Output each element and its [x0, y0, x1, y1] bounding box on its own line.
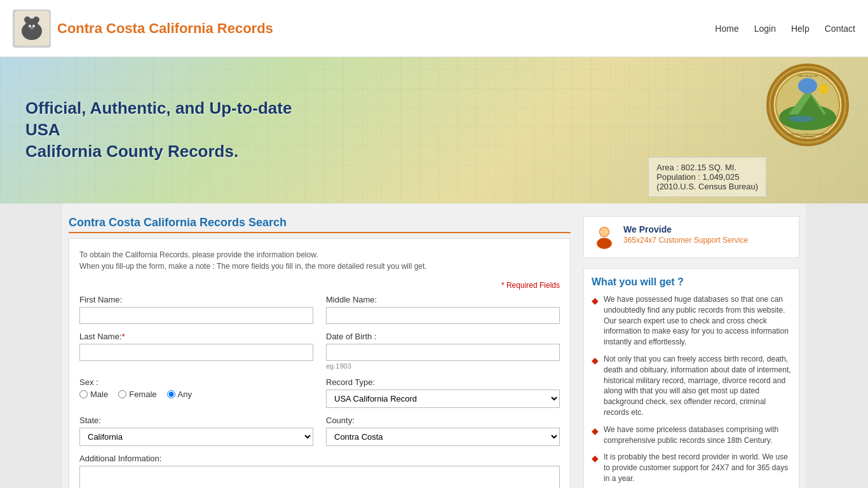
middle-name-group: Middle Name: [326, 295, 560, 324]
sex-label: Sex : [79, 377, 313, 387]
svg-point-14 [818, 84, 829, 94]
state-label: State: [79, 416, 313, 425]
lastname-dob-row: Last Name:* Date of Birth : eg.1903 [79, 332, 560, 370]
instructions-line2: When you fill-up the form, make a note :… [79, 262, 427, 271]
main-container: Contra Costa California Records Search T… [62, 203, 806, 488]
seal-circle: CONTRA COSTA COUNTY THE SEAL OF CALIFORN… [766, 64, 849, 146]
dob-example: eg.1903 [326, 362, 560, 370]
right-sidebar: We Provide 365x24x7 Customer Support Ser… [583, 216, 799, 488]
sex-group: Sex : Male Female Any [79, 377, 313, 408]
nav-home[interactable]: Home [715, 24, 738, 34]
instructions-line1: To obtain the California Records, please… [79, 250, 318, 259]
what-you-get-section: What you will get ? ◆ We have possessed … [583, 268, 799, 488]
form-container: To obtain the California Records, please… [69, 238, 571, 488]
last-name-group: Last Name:* [79, 332, 313, 370]
hero-headline-line2: California County Records. [25, 142, 238, 161]
hero-population: Population : 1,049,025 [656, 172, 758, 182]
record-type-label: Record Type: [326, 377, 560, 387]
diamond-icon-1: ◆ [592, 295, 599, 348]
form-instructions: To obtain the California Records, please… [79, 249, 560, 272]
sex-any-option[interactable]: Any [167, 390, 192, 399]
first-name-group: First Name: [79, 295, 313, 324]
record-type-group: Record Type: USA California Record [326, 377, 560, 408]
svg-point-15 [789, 116, 814, 122]
required-note: * Required Fields [79, 281, 560, 290]
svg-point-22 [600, 227, 609, 236]
support-content: We Provide 365x24x7 Customer Support Ser… [623, 224, 748, 245]
county-group: County: Contra Costa [326, 416, 560, 446]
site-title: Contra Costa California Records [57, 20, 273, 37]
hero-census: (2010.U.S. Census Bureau) [656, 182, 758, 191]
middle-name-label: Middle Name: [326, 295, 560, 304]
nav-help[interactable]: Help [791, 24, 810, 34]
first-name-input[interactable] [79, 307, 313, 324]
search-heading: Contra Costa California Records Search [69, 216, 571, 233]
sex-recordtype-row: Sex : Male Female Any [79, 377, 560, 408]
logo-bear [13, 10, 51, 48]
sex-options: Male Female Any [79, 390, 313, 402]
svg-point-3 [24, 17, 31, 23]
bear-logo-icon [15, 11, 50, 46]
hero-headline: Official, Authentic, and Up-to-date USA … [25, 98, 311, 162]
support-heading: We Provide [623, 224, 748, 234]
svg-text:THE SEAL OF: THE SEAL OF [798, 74, 818, 78]
feature-item-3: ◆ We have some priceless databases compr… [592, 424, 791, 446]
dob-input[interactable] [326, 344, 560, 361]
sex-any-radio[interactable] [167, 390, 175, 398]
additional-info-label: Additional Information: [79, 454, 560, 463]
nav-login[interactable]: Login [754, 24, 776, 34]
sex-female-radio[interactable] [118, 390, 126, 398]
county-select[interactable]: Contra Costa [326, 428, 560, 446]
hero-area: Area : 802.15 SQ. MI. [656, 163, 758, 172]
diamond-icon-2: ◆ [592, 355, 599, 418]
feature-text-1: We have possessed huge databases so that… [604, 294, 791, 348]
nav-links: Home Login Help Contact [715, 24, 855, 34]
svg-point-4 [33, 17, 39, 23]
state-county-row: State: California County: Contra Costa [79, 416, 560, 446]
diamond-icon-3: ◆ [592, 425, 599, 446]
svg-point-23 [597, 238, 611, 248]
dob-group: Date of Birth : eg.1903 [326, 332, 560, 370]
name-row: First Name: Middle Name: [79, 295, 560, 324]
support-icon [592, 224, 617, 250]
svg-text:CALIFORNIA: CALIFORNIA [800, 135, 815, 139]
feature-text-2: Not only that you can freely access birt… [604, 354, 791, 418]
county-seal: CONTRA COSTA COUNTY THE SEAL OF CALIFORN… [766, 64, 855, 152]
hero-info-box: Area : 802.15 SQ. MI. Population : 1,049… [648, 157, 766, 197]
middle-name-input[interactable] [326, 307, 560, 324]
dob-label: Date of Birth : [326, 332, 560, 341]
feature-item-4: ◆ It is probably the best record provide… [592, 452, 791, 484]
additional-info-textarea[interactable] [79, 466, 560, 488]
last-name-label: Last Name:* [79, 332, 313, 341]
svg-point-13 [798, 78, 817, 93]
seal-svg: CONTRA COSTA COUNTY THE SEAL OF CALIFORN… [770, 67, 846, 143]
nav-contact[interactable]: Contact [825, 24, 855, 34]
sex-male-radio[interactable] [79, 390, 88, 398]
svg-point-7 [30, 27, 34, 29]
record-type-select[interactable]: USA California Record [326, 390, 560, 408]
logo-area: Contra Costa California Records [13, 10, 273, 48]
feature-item-1: ◆ We have possessed huge databases so th… [592, 294, 791, 348]
hero-headline-line1: Official, Authentic, and Up-to-date USA [25, 98, 292, 139]
first-name-label: First Name: [79, 295, 313, 304]
person-svg-icon [592, 224, 617, 250]
feature-text-3: We have some priceless databases compris… [604, 424, 791, 446]
feature-item-2: ◆ Not only that you can freely access bi… [592, 354, 791, 418]
sex-female-option[interactable]: Female [118, 390, 156, 399]
county-label: County: [326, 416, 560, 425]
state-group: State: California [79, 416, 313, 446]
what-you-get-heading: What you will get ? [592, 276, 791, 288]
header: Contra Costa California Records Home Log… [0, 0, 868, 57]
additional-info-group: Additional Information: [79, 454, 560, 488]
state-select[interactable]: California [79, 428, 313, 446]
last-name-input[interactable] [79, 344, 313, 361]
support-subtext: 365x24x7 Customer Support Service [623, 236, 748, 245]
left-content: Contra Costa California Records Search T… [69, 216, 571, 488]
hero-banner: Official, Authentic, and Up-to-date USA … [0, 57, 868, 203]
diamond-icon-4: ◆ [592, 452, 599, 484]
sex-male-option[interactable]: Male [79, 390, 108, 399]
feature-text-4: It is probably the best record provider … [604, 452, 791, 484]
support-box: We Provide 365x24x7 Customer Support Ser… [583, 216, 799, 258]
